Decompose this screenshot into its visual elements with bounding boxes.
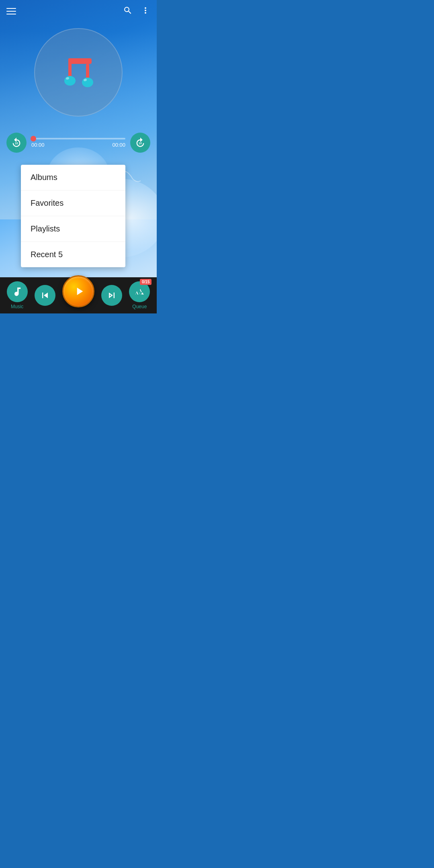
total-time: 00:00 — [112, 142, 125, 148]
seek-thumb[interactable] — [31, 136, 36, 141]
search-icon[interactable] — [123, 6, 133, 17]
menu-item-favorites[interactable]: Favorites — [21, 190, 125, 216]
menu-item-recent5[interactable]: Recent 5 — [21, 242, 125, 267]
more-options-icon[interactable] — [141, 6, 150, 17]
replay-forward-button[interactable]: 10 — [130, 133, 150, 153]
music-note-icon — [56, 54, 100, 90]
skip-back-icon-circle — [35, 285, 55, 306]
dropdown-menu: Albums Favorites Playlists Recent 5 — [21, 165, 125, 267]
queue-nav-button[interactable]: 0/15 Queue — [129, 281, 150, 309]
seek-times: 00:00 00:00 — [31, 142, 125, 148]
svg-text:10: 10 — [139, 142, 142, 145]
music-nav-button[interactable]: Music — [7, 281, 28, 309]
svg-text:10: 10 — [15, 142, 18, 145]
current-time: 00:00 — [31, 142, 45, 148]
menu-button[interactable] — [6, 8, 16, 14]
album-art-container — [34, 28, 123, 117]
replay-back-button[interactable]: 10 — [6, 133, 27, 153]
skip-back-button[interactable] — [35, 285, 55, 306]
play-button[interactable] — [62, 275, 94, 307]
skip-forward-button[interactable] — [101, 285, 122, 306]
svg-point-3 — [64, 76, 76, 86]
queue-badge: 0/15 — [140, 279, 151, 285]
queue-label: Queue — [132, 304, 147, 309]
bottom-bar: Music 0/15 Queue — [0, 277, 157, 313]
svg-point-4 — [82, 78, 93, 87]
seek-track[interactable]: 00:00 00:00 — [31, 138, 125, 148]
album-art-circle — [34, 28, 123, 117]
svg-rect-1 — [68, 58, 72, 78]
topbar — [0, 0, 157, 23]
menu-item-playlists[interactable]: Playlists — [21, 216, 125, 242]
seek-area: 10 00:00 00:00 10 — [0, 133, 157, 153]
music-label: Music — [11, 304, 23, 309]
svg-rect-0 — [68, 58, 92, 64]
skip-forward-icon-circle — [101, 285, 122, 306]
menu-item-albums[interactable]: Albums — [21, 165, 125, 190]
music-icon-circle — [7, 281, 28, 302]
seek-bar[interactable] — [31, 138, 125, 139]
